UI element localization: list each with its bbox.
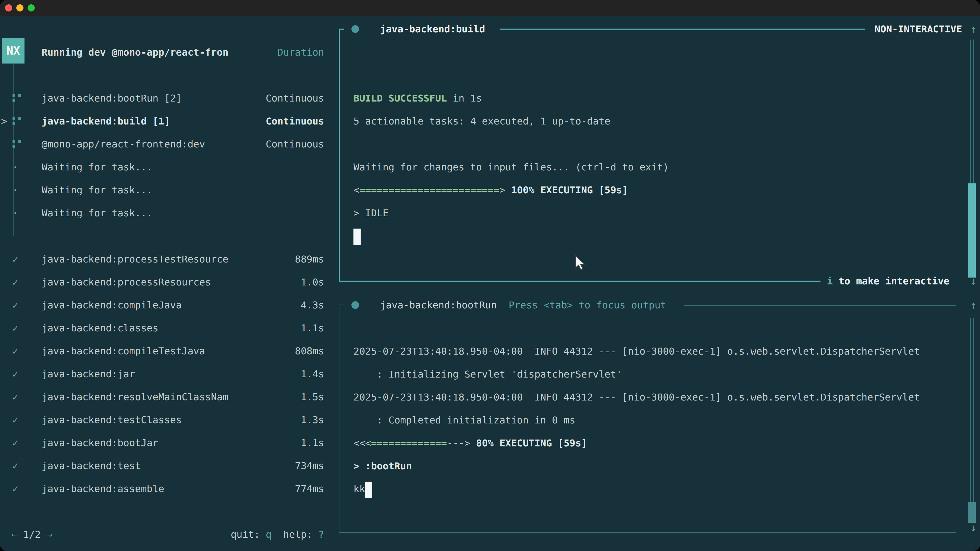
task-row-done[interactable]: ✓ java-backend:processTestResource 889ms [0, 248, 324, 271]
task-row[interactable]: java-backend:bootRun [2] Continuous [0, 87, 324, 110]
task-label: Waiting for task... [41, 156, 153, 179]
build-panel-border-stub [339, 29, 344, 30]
task-label: Waiting for task... [41, 202, 153, 224]
scrollbar-track[interactable] [970, 318, 974, 519]
task-bullet-icon [352, 301, 359, 309]
task-duration: 1.1s [301, 317, 324, 340]
help-key: ? [318, 529, 324, 540]
task-duration: 1.0s [301, 271, 324, 294]
minimize-button[interactable] [16, 4, 24, 11]
task-duration: 774ms [295, 477, 324, 500]
task-duration: 1.4s [301, 362, 324, 386]
check-icon: ✓ [12, 386, 18, 408]
task-row-done[interactable]: ✓ java-backend:compileTestJava 808ms [0, 340, 324, 362]
bootrun-prompt-line: > :bootRun [353, 454, 412, 478]
task-status: Continuous [266, 110, 324, 133]
task-row-done[interactable]: ✓ java-backend:resolveMainClassNam 1.5s [0, 386, 324, 408]
bootrun-progress-line: <<<=============---> 80% EXECUTING [59s] [353, 432, 587, 454]
build-progress-line: <========================> 100% EXECUTIN… [353, 179, 628, 202]
pagination: ← 1/2 → [11, 523, 52, 546]
build-tasks-line: 5 actionable tasks: 4 executed, 1 up-to-… [353, 110, 611, 133]
task-label: java-backend:compileJava [41, 294, 182, 317]
focus-output-hint: Press <tab> to focus output [509, 294, 667, 317]
bootrun-panel-border-stub [339, 305, 344, 305]
task-row-selected[interactable]: java-backend:build [1] Continuous [0, 110, 324, 133]
task-row-done[interactable]: ✓ java-backend:compileJava 4.3s [0, 294, 324, 317]
task-status: Continuous [266, 133, 324, 156]
terminal-window: NX Running dev @mono-app/react-fron Dura… [0, 0, 980, 551]
task-row-done[interactable]: ✓ java-backend:jar 1.4s [0, 362, 324, 386]
check-icon: ✓ [12, 271, 18, 294]
spinner-icon [13, 94, 15, 97]
build-panel-border-left [339, 29, 340, 282]
task-label: Waiting for task... [41, 179, 153, 202]
sidebar-header: Running dev @mono-app/react-fron Duratio… [0, 41, 324, 64]
scroll-up-icon[interactable]: ↑ [966, 294, 980, 317]
task-label: java-backend:test [41, 454, 141, 477]
spinner-icon [13, 117, 15, 120]
terminal-cursor [353, 229, 361, 245]
build-cursor-line [353, 224, 361, 248]
sidebar-bottom-bar: ← 1/2 → quit: q help: ? [0, 523, 324, 546]
task-status: Continuous [266, 87, 324, 110]
check-icon: ✓ [12, 317, 18, 340]
interactive-key: i [827, 275, 833, 287]
close-button[interactable] [5, 4, 12, 11]
task-row-done[interactable]: ✓ java-backend:testClasses 1.3s [0, 408, 324, 431]
check-icon: ✓ [12, 248, 18, 271]
task-bullet-icon [352, 25, 359, 33]
task-label: java-backend:bootJar [41, 431, 159, 454]
waiting-dot-icon: · [12, 202, 18, 224]
task-row-done[interactable]: ✓ java-backend:assemble 774ms [0, 477, 324, 500]
bootrun-input-line[interactable]: kk [353, 478, 372, 500]
bootrun-panel-header-rule [684, 305, 956, 306]
task-row-done[interactable]: ✓ java-backend:test 734ms [0, 454, 324, 477]
task-row-done[interactable]: ✓ java-backend:bootJar 1.1s [0, 431, 324, 454]
terminal-cursor [365, 482, 372, 498]
check-icon: ✓ [12, 408, 18, 431]
task-duration: 1.5s [301, 386, 324, 408]
task-row-done[interactable]: ✓ java-backend:classes 1.1s [0, 317, 324, 340]
zoom-button[interactable] [27, 4, 35, 11]
scrollbar-thumb[interactable] [968, 183, 976, 278]
task-duration: 4.3s [301, 294, 324, 317]
task-row[interactable]: @mono-app/react-frontend:dev Continuous [0, 133, 324, 156]
task-label: java-backend:processTestResource [41, 248, 228, 271]
check-icon: ✓ [12, 431, 18, 454]
check-icon: ✓ [12, 362, 18, 386]
scroll-up-icon[interactable]: ↑ [966, 17, 980, 41]
task-label: java-backend:resolveMainClassNam [41, 386, 228, 408]
help-hints: quit: q help: ? [231, 523, 324, 546]
task-row-waiting: · Waiting for task... [0, 179, 324, 202]
page-indicator: 1/2 [23, 529, 47, 540]
build-waiting-line: Waiting for changes to input files... (c… [353, 156, 669, 179]
build-panel-footer-rule [339, 281, 821, 282]
log-line: : Initializing Servlet 'dispatcherServle… [353, 363, 622, 386]
check-icon: ✓ [12, 340, 18, 362]
task-row-waiting: · Waiting for task... [0, 202, 324, 224]
log-line: : Completed initialization in 0 ms [353, 409, 575, 432]
page-prev-arrow[interactable]: ← [11, 529, 18, 540]
make-interactive-hint: i to make interactive [827, 270, 950, 292]
page-next-arrow[interactable]: → [46, 529, 52, 540]
task-label: java-backend:compileTestJava [41, 340, 205, 362]
waiting-dot-icon: · [12, 179, 18, 202]
waiting-dot-icon: · [12, 156, 18, 179]
task-row-done[interactable]: ✓ java-backend:processResources 1.0s [0, 271, 324, 294]
task-label: java-backend:processResources [41, 271, 211, 294]
quit-key: q [266, 529, 272, 540]
typed-input: kk [353, 483, 365, 495]
scrollbar-thumb[interactable] [968, 502, 976, 523]
task-label: @mono-app/react-frontend:dev [41, 133, 205, 156]
task-duration: 889ms [295, 248, 324, 271]
task-label: java-backend:bootRun [2] [41, 87, 182, 110]
bootrun-panel-border-bottom [339, 532, 956, 533]
task-duration: 1.1s [301, 431, 324, 454]
check-icon: ✓ [12, 454, 18, 477]
build-panel-mode-badge: NON-INTERACTIVE [873, 17, 962, 41]
task-label: java-backend:testClasses [41, 408, 182, 431]
check-icon: ✓ [12, 294, 18, 317]
build-success-line: BUILD SUCCESSFUL in 1s [353, 87, 482, 110]
task-label: java-backend:assemble [41, 477, 164, 500]
build-panel-header-rule [500, 29, 865, 30]
